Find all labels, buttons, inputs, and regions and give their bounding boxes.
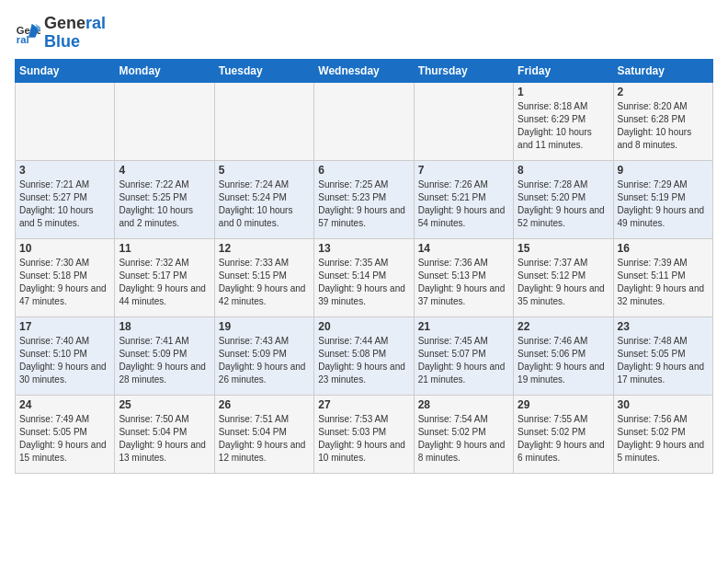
- calendar-cell: 7Sunrise: 7:26 AM Sunset: 5:21 PM Daylig…: [414, 160, 513, 238]
- day-number: 23: [618, 320, 709, 333]
- day-number: 2: [618, 86, 709, 98]
- day-number: 30: [618, 398, 709, 411]
- day-info: Sunrise: 7:39 AM Sunset: 5:11 PM Dayligh…: [618, 257, 709, 308]
- day-number: 22: [518, 320, 609, 333]
- weekday-header-wednesday: Wednesday: [314, 59, 414, 82]
- day-info: Sunrise: 7:36 AM Sunset: 5:13 PM Dayligh…: [418, 257, 509, 308]
- calendar-cell: 20Sunrise: 7:44 AM Sunset: 5:08 PM Dayli…: [314, 316, 414, 395]
- day-info: Sunrise: 7:51 AM Sunset: 5:04 PM Dayligh…: [219, 413, 310, 465]
- day-number: 11: [119, 242, 210, 255]
- day-number: 1: [518, 86, 609, 98]
- day-number: 13: [318, 242, 409, 255]
- calendar-week-row: 1Sunrise: 8:18 AM Sunset: 6:29 PM Daylig…: [16, 82, 713, 160]
- day-info: Sunrise: 7:25 AM Sunset: 5:23 PM Dayligh…: [318, 178, 409, 230]
- calendar-cell: 2Sunrise: 8:20 AM Sunset: 6:28 PM Daylig…: [613, 82, 712, 160]
- day-info: Sunrise: 7:32 AM Sunset: 5:17 PM Dayligh…: [119, 257, 210, 308]
- day-info: Sunrise: 7:28 AM Sunset: 5:20 PM Dayligh…: [518, 178, 609, 230]
- day-number: 21: [418, 320, 509, 333]
- calendar-cell: [314, 82, 414, 160]
- day-number: 20: [318, 320, 409, 333]
- day-info: Sunrise: 7:26 AM Sunset: 5:21 PM Dayligh…: [418, 178, 509, 230]
- day-number: 7: [418, 164, 509, 177]
- day-number: 24: [19, 398, 110, 411]
- calendar-cell: 22Sunrise: 7:46 AM Sunset: 5:06 PM Dayli…: [514, 316, 613, 395]
- day-number: 4: [119, 164, 210, 177]
- calendar-cell: 5Sunrise: 7:24 AM Sunset: 5:24 PM Daylig…: [214, 160, 313, 238]
- calendar-week-row: 3Sunrise: 7:21 AM Sunset: 5:27 PM Daylig…: [16, 160, 713, 238]
- calendar-header: SundayMondayTuesdayWednesdayThursdayFrid…: [16, 59, 713, 82]
- svg-text:ral: ral: [17, 34, 29, 45]
- calendar-week-row: 24Sunrise: 7:49 AM Sunset: 5:05 PM Dayli…: [16, 395, 713, 473]
- day-info: Sunrise: 8:20 AM Sunset: 6:28 PM Dayligh…: [618, 100, 709, 152]
- day-number: 15: [518, 242, 609, 255]
- day-info: Sunrise: 7:21 AM Sunset: 5:27 PM Dayligh…: [19, 178, 110, 230]
- calendar-cell: 9Sunrise: 7:29 AM Sunset: 5:19 PM Daylig…: [613, 160, 712, 238]
- calendar-week-row: 10Sunrise: 7:30 AM Sunset: 5:18 PM Dayli…: [16, 238, 713, 316]
- calendar-cell: 13Sunrise: 7:35 AM Sunset: 5:14 PM Dayli…: [314, 238, 414, 316]
- day-info: Sunrise: 7:46 AM Sunset: 5:06 PM Dayligh…: [518, 335, 609, 386]
- day-number: 29: [518, 398, 609, 411]
- calendar-cell: 21Sunrise: 7:45 AM Sunset: 5:07 PM Dayli…: [414, 316, 513, 395]
- calendar-cell: 25Sunrise: 7:50 AM Sunset: 5:04 PM Dayli…: [115, 395, 214, 473]
- day-number: 3: [19, 164, 110, 177]
- day-info: Sunrise: 7:45 AM Sunset: 5:07 PM Dayligh…: [418, 335, 509, 386]
- day-info: Sunrise: 7:54 AM Sunset: 5:02 PM Dayligh…: [418, 413, 509, 465]
- calendar-table: SundayMondayTuesdayWednesdayThursdayFrid…: [15, 59, 713, 474]
- day-number: 27: [318, 398, 409, 411]
- calendar-cell: 29Sunrise: 7:55 AM Sunset: 5:02 PM Dayli…: [514, 395, 613, 473]
- day-info: Sunrise: 7:50 AM Sunset: 5:04 PM Dayligh…: [119, 413, 210, 465]
- day-info: Sunrise: 7:44 AM Sunset: 5:08 PM Dayligh…: [318, 335, 409, 386]
- logo-text: General Blue: [44, 15, 106, 52]
- day-number: 6: [318, 164, 409, 177]
- day-info: Sunrise: 7:22 AM Sunset: 5:25 PM Dayligh…: [119, 178, 210, 230]
- day-number: 17: [19, 320, 110, 333]
- calendar-cell: 3Sunrise: 7:21 AM Sunset: 5:27 PM Daylig…: [16, 160, 115, 238]
- day-info: Sunrise: 7:30 AM Sunset: 5:18 PM Dayligh…: [19, 257, 110, 308]
- header: Gene ral General Blue: [15, 15, 713, 52]
- calendar-cell: 11Sunrise: 7:32 AM Sunset: 5:17 PM Dayli…: [115, 238, 214, 316]
- day-info: Sunrise: 7:37 AM Sunset: 5:12 PM Dayligh…: [518, 257, 609, 308]
- day-info: Sunrise: 7:49 AM Sunset: 5:05 PM Dayligh…: [19, 413, 110, 465]
- day-info: Sunrise: 7:53 AM Sunset: 5:03 PM Dayligh…: [318, 413, 409, 465]
- day-info: Sunrise: 7:56 AM Sunset: 5:02 PM Dayligh…: [618, 413, 709, 465]
- calendar-cell: 17Sunrise: 7:40 AM Sunset: 5:10 PM Dayli…: [16, 316, 115, 395]
- weekday-header-friday: Friday: [514, 59, 613, 82]
- day-number: 12: [219, 242, 310, 255]
- calendar-cell: 18Sunrise: 7:41 AM Sunset: 5:09 PM Dayli…: [115, 316, 214, 395]
- day-info: Sunrise: 7:24 AM Sunset: 5:24 PM Dayligh…: [219, 178, 310, 230]
- calendar-cell: 10Sunrise: 7:30 AM Sunset: 5:18 PM Dayli…: [16, 238, 115, 316]
- weekday-header-thursday: Thursday: [414, 59, 513, 82]
- calendar-cell: 27Sunrise: 7:53 AM Sunset: 5:03 PM Dayli…: [314, 395, 414, 473]
- calendar-cell: [414, 82, 513, 160]
- day-number: 19: [219, 320, 310, 333]
- day-number: 25: [119, 398, 210, 411]
- day-info: Sunrise: 8:18 AM Sunset: 6:29 PM Dayligh…: [518, 100, 609, 152]
- calendar-cell: 19Sunrise: 7:43 AM Sunset: 5:09 PM Dayli…: [214, 316, 313, 395]
- day-number: 16: [618, 242, 709, 255]
- day-info: Sunrise: 7:29 AM Sunset: 5:19 PM Dayligh…: [618, 178, 709, 230]
- calendar-cell: 26Sunrise: 7:51 AM Sunset: 5:04 PM Dayli…: [214, 395, 313, 473]
- day-info: Sunrise: 7:41 AM Sunset: 5:09 PM Dayligh…: [119, 335, 210, 386]
- calendar-cell: 8Sunrise: 7:28 AM Sunset: 5:20 PM Daylig…: [514, 160, 613, 238]
- weekday-header-saturday: Saturday: [613, 59, 712, 82]
- weekday-header-monday: Monday: [115, 59, 214, 82]
- day-info: Sunrise: 7:33 AM Sunset: 5:15 PM Dayligh…: [219, 257, 310, 308]
- calendar-cell: 1Sunrise: 8:18 AM Sunset: 6:29 PM Daylig…: [514, 82, 613, 160]
- calendar-week-row: 17Sunrise: 7:40 AM Sunset: 5:10 PM Dayli…: [16, 316, 713, 395]
- day-number: 18: [119, 320, 210, 333]
- weekday-header-tuesday: Tuesday: [214, 59, 313, 82]
- calendar-cell: 6Sunrise: 7:25 AM Sunset: 5:23 PM Daylig…: [314, 160, 414, 238]
- day-info: Sunrise: 7:43 AM Sunset: 5:09 PM Dayligh…: [219, 335, 310, 386]
- calendar-cell: [115, 82, 214, 160]
- day-number: 10: [19, 242, 110, 255]
- calendar-cell: 16Sunrise: 7:39 AM Sunset: 5:11 PM Dayli…: [613, 238, 712, 316]
- day-info: Sunrise: 7:48 AM Sunset: 5:05 PM Dayligh…: [618, 335, 709, 386]
- calendar-cell: 28Sunrise: 7:54 AM Sunset: 5:02 PM Dayli…: [414, 395, 513, 473]
- day-number: 9: [618, 164, 709, 177]
- calendar-cell: 4Sunrise: 7:22 AM Sunset: 5:25 PM Daylig…: [115, 160, 214, 238]
- day-info: Sunrise: 7:35 AM Sunset: 5:14 PM Dayligh…: [318, 257, 409, 308]
- day-info: Sunrise: 7:55 AM Sunset: 5:02 PM Dayligh…: [518, 413, 609, 465]
- logo: Gene ral General Blue: [15, 15, 106, 52]
- calendar-cell: 14Sunrise: 7:36 AM Sunset: 5:13 PM Dayli…: [414, 238, 513, 316]
- day-info: Sunrise: 7:40 AM Sunset: 5:10 PM Dayligh…: [19, 335, 110, 386]
